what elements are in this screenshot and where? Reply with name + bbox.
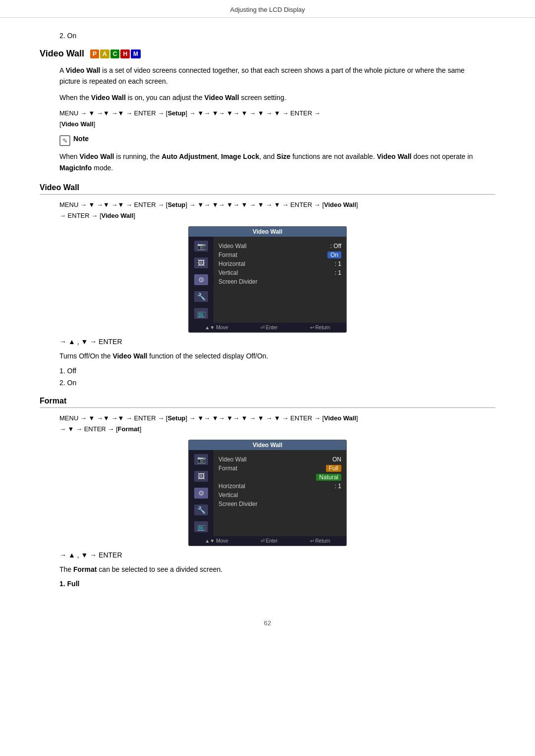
badge-m: M (131, 50, 141, 58)
note-box: ✎ Note (59, 135, 476, 146)
intro-item-2: 2. On (59, 32, 495, 40)
note-content: Note (73, 135, 89, 143)
note-icon: ✎ (59, 135, 70, 146)
videowall-menu-path: MENU → ▼ →▼ →▼ → ENTER → [Setup] → ▼→ ▼→… (59, 108, 476, 130)
badge-a: A (100, 50, 109, 58)
videowall-arrow-line: → ▲ , ▼ → ENTER (59, 338, 476, 346)
vw-enter: ⏎ Enter (261, 325, 278, 330)
videowall-para1: A Video Wall is a set of video screens c… (59, 65, 476, 87)
vw-row-videowall: Video Wall : Off (218, 243, 341, 250)
format-footer: ▲▼ Move ⏎ Enter ↩ Return (189, 536, 346, 546)
vw-row-horizontal: Horizontal : 1 (218, 260, 341, 267)
vw-footer-1: ▲▼ Move ⏎ Enter ↩ Return (189, 323, 346, 332)
format-sub-menu-path: MENU → ▼ →▼ →▼ → ENTER → [Setup] → ▼→ ▼→… (59, 413, 476, 435)
vw-row-screendivider: Screen Divider (218, 278, 341, 285)
page-footer: 62 (0, 611, 535, 635)
videowall-screen-1: Video Wall 📷 🖼 ⚙ 🔧 📺 Video Wall : Off Fo… (188, 226, 347, 333)
format-row-vertical: Vertical (218, 492, 341, 499)
format-move: ▲▼ Move (205, 538, 228, 544)
page-header: Adjusting the LCD Display (0, 0, 535, 18)
vw-icon-display: 📺 (194, 308, 208, 319)
header-title: Adjusting the LCD Display (230, 6, 305, 13)
videowall-item2: 2. On (59, 379, 495, 387)
badge-group: P A C H M (90, 50, 141, 58)
badge-p: P (90, 50, 99, 58)
badge-c: C (110, 50, 120, 58)
vw-body-1: 📷 🖼 ⚙ 🔧 📺 Video Wall : Off Format On (189, 237, 346, 323)
format-icon-display: 📺 (194, 521, 208, 532)
format-title-bar: Video Wall (189, 440, 346, 450)
format-row-format: Format Full (218, 465, 341, 472)
vw-icon-settings: ⚙ (194, 274, 208, 285)
vw-title-1: Video Wall (189, 227, 346, 237)
format-arrow-line: → ▲ , ▼ → ENTER (59, 551, 476, 559)
videowall-desc: Turns Off/On the Video Wall function of … (59, 351, 476, 361)
badge-h: H (120, 50, 130, 58)
format-icon-camera: 📷 (194, 454, 208, 465)
videowall-para2: When the Video Wall is on, you can adjus… (59, 92, 476, 103)
videowall-sub-heading: Video Wall (40, 183, 495, 195)
format-body: 📷 🖼 ⚙ 🔧 📺 Video Wall ON Format Full (189, 450, 346, 536)
vw-row-vertical: Vertical : 1 (218, 269, 341, 276)
format-icon-tool: 🔧 (194, 504, 208, 515)
vw-icon-tool: 🔧 (194, 291, 208, 302)
vw-icon-camera: 📷 (194, 241, 208, 252)
format-row-screendivider: Screen Divider (218, 501, 341, 507)
note-label: Note (73, 135, 89, 143)
vw-sidebar-1: 📷 🖼 ⚙ 🔧 📺 (189, 237, 214, 323)
format-row-horizontal: Horizontal : 1 (218, 483, 341, 490)
format-enter: ⏎ Enter (261, 538, 278, 544)
format-return: ↩ Return (310, 538, 330, 544)
format-sub-heading: Format (40, 397, 495, 408)
format-main: Video Wall ON Format Full Natural Horizo… (214, 450, 346, 536)
format-screen: Video Wall 📷 🖼 ⚙ 🔧 📺 Video Wall ON Forma… (188, 440, 347, 546)
videowall-main-heading: Video Wall P A C H M (40, 49, 495, 59)
vw-icon-image: 🖼 (194, 257, 208, 268)
format-sidebar: 📷 🖼 ⚙ 🔧 📺 (189, 450, 214, 536)
vw-row-format: Format On (218, 252, 341, 258)
format-icon-settings: ⚙ (194, 488, 208, 499)
vw-move: ▲▼ Move (205, 325, 228, 330)
format-row-natural: Natural (218, 474, 341, 481)
videowall-sub-menu-path: MENU → ▼ →▼ →▼ → ENTER → [Setup] → ▼→ ▼→… (59, 200, 476, 221)
format-item1: 1. Full (59, 580, 495, 588)
note-text: When Video Wall is running, the Auto Adj… (59, 151, 476, 173)
vw-return: ↩ Return (310, 325, 330, 330)
videowall-item1: 1. Off (59, 367, 495, 375)
page-container: Adjusting the LCD Display 2. On Video Wa… (0, 0, 535, 756)
content-area: 2. On Video Wall P A C H M A Video Wall … (0, 18, 535, 611)
format-row-videowall: Video Wall ON (218, 456, 341, 463)
format-icon-image: 🖼 (194, 471, 208, 482)
vw-main-1: Video Wall : Off Format On Horizontal : … (214, 237, 346, 323)
format-desc: The Format can be selected to see a divi… (59, 564, 476, 575)
